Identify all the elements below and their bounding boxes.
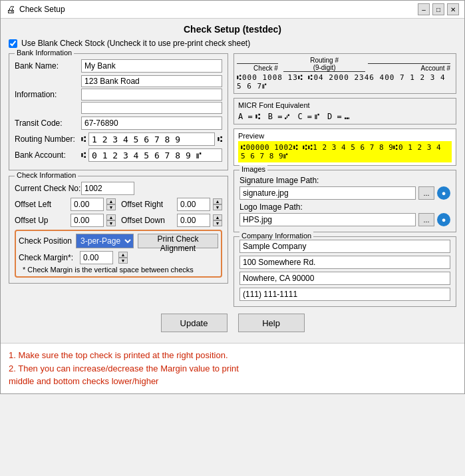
company-line4-input[interactable] xyxy=(239,288,450,301)
micr-diagram: Check # Routing # (9-digit) Account # xyxy=(233,53,456,94)
signature-inputs: ... ● xyxy=(239,186,450,200)
micr-font-row: A = ⑆ B = ⑇ C = ⑈ D = ⑉ xyxy=(238,112,452,121)
minimize-button[interactable]: – xyxy=(418,3,430,15)
bank-name-label: Bank Name: xyxy=(15,61,81,71)
micr-d-value: ⑉ xyxy=(345,112,349,121)
footer-line3: middle and bottom checks lower/higher xyxy=(9,375,456,388)
micr-b-value: ⑇ xyxy=(285,112,289,121)
blank-check-label: Use Blank Check Stock (Uncheck it to use… xyxy=(21,39,250,48)
maximize-button[interactable]: □ xyxy=(432,3,444,15)
offset-left-input[interactable] xyxy=(71,198,104,211)
info-line3-input[interactable] xyxy=(81,102,222,114)
info-line1-input[interactable] xyxy=(81,75,222,87)
check-position-section: Check Position 3-per-Page 1-per-Page 2-p… xyxy=(15,230,222,278)
company-group: Company Information xyxy=(233,236,456,307)
offset-right-down[interactable]: ▼ xyxy=(213,204,222,210)
company-line2-input[interactable] xyxy=(239,256,450,269)
current-check-row: Current Check No: xyxy=(15,182,222,195)
offset-left-spinner[interactable]: ▲ ▼ xyxy=(106,198,116,210)
left-column: Bank Information Bank Name: Information: xyxy=(9,53,228,307)
close-button[interactable]: ✕ xyxy=(447,3,459,15)
signature-label: Signature Image Path: xyxy=(239,176,450,185)
micr-b-label: B = xyxy=(268,112,283,121)
company-line1-input[interactable] xyxy=(239,240,450,253)
account-prefix-sym: ⑆ xyxy=(81,150,86,160)
title-bar-controls: – □ ✕ xyxy=(418,3,459,15)
check-label: Check # xyxy=(253,65,278,72)
micr-c-value: ⑈ xyxy=(315,112,319,121)
current-check-input[interactable] xyxy=(81,182,134,195)
logo-inputs: ... ● xyxy=(239,213,450,226)
update-button[interactable]: Update xyxy=(161,314,228,332)
offset-up-label: Offset Up xyxy=(15,216,68,225)
signature-path-input[interactable] xyxy=(239,186,416,200)
micr-font-equiv: MICR Font Equivalent A = ⑆ B = ⑇ C = ⑈ xyxy=(233,98,456,124)
offset-right-input[interactable] xyxy=(177,198,210,211)
logo-row: Logo Image Path: ... ● xyxy=(239,202,450,226)
bank-account-input[interactable] xyxy=(88,148,222,162)
routing-top-label: Routing # xyxy=(283,57,366,64)
blank-check-row: Use Blank Check Stock (Uncheck it to use… xyxy=(9,39,456,48)
dialog-title: Check Setup (testdec) xyxy=(9,24,456,35)
offset-right-spinner[interactable]: ▲ ▼ xyxy=(213,198,222,210)
micr-d-label: D = xyxy=(327,112,342,121)
check-position-row: Check Position 3-per-Page 1-per-Page 2-p… xyxy=(19,234,218,248)
check-margin-row: Check Margin*: ▲ ▼ xyxy=(19,251,218,264)
print-alignment-button[interactable]: Print Check Alignment xyxy=(138,234,218,248)
bank-info-title: Bank Information xyxy=(15,49,74,57)
offset-up-group: Offset Up ▲ ▼ xyxy=(15,214,116,227)
transit-input[interactable] xyxy=(81,117,222,130)
micr-font-b: B = ⑇ xyxy=(268,112,290,121)
images-title: Images xyxy=(239,165,267,173)
company-line3-input[interactable] xyxy=(239,272,450,285)
offset-down-spinner[interactable]: ▲ ▼ xyxy=(213,214,222,226)
bank-account-label: Bank Account: xyxy=(15,150,81,160)
bank-name-row: Bank Name: xyxy=(15,59,222,73)
offset-up-up[interactable]: ▲ xyxy=(106,214,116,220)
routing-prefix-sym: ⑆ xyxy=(81,134,86,144)
routing-input[interactable] xyxy=(88,132,215,146)
micr-top: Check # Routing # (9-digit) Account # xyxy=(237,57,453,72)
current-check-label: Current Check No: xyxy=(15,184,81,193)
offset-down-group: Offset Down ▲ ▼ xyxy=(121,214,222,227)
offset-left-down[interactable]: ▼ xyxy=(106,204,116,210)
logo-info-button[interactable]: ● xyxy=(437,213,450,226)
logo-path-input[interactable] xyxy=(239,213,416,226)
offset-left-label: Offset Left xyxy=(15,200,68,209)
offset-left-up[interactable]: ▲ xyxy=(106,198,116,204)
offset-up-down[interactable]: ▼ xyxy=(106,220,116,226)
blank-check-checkbox[interactable] xyxy=(9,39,17,48)
check-margin-up[interactable]: ▲ xyxy=(118,252,128,258)
micr-a-value: ⑆ xyxy=(255,112,260,121)
check-margin-down[interactable]: ▼ xyxy=(118,258,128,264)
routing-suffix-sym: ⑆ xyxy=(218,134,222,144)
right-column: Check # Routing # (9-digit) Account # xyxy=(233,53,456,307)
offset-down-down[interactable]: ▼ xyxy=(213,220,222,226)
bank-name-input[interactable] xyxy=(81,59,222,73)
offset-down-input[interactable] xyxy=(177,214,210,227)
footer-line1: 1. Make sure the top check is printed at… xyxy=(9,349,456,362)
information-label: Information: xyxy=(15,90,81,99)
help-button[interactable]: Help xyxy=(238,314,305,332)
check-position-select[interactable]: 3-per-Page 1-per-Page 2-per-Page xyxy=(76,234,134,248)
check-info-title: Check Information xyxy=(15,171,78,179)
check-info-group: Check Information Current Check No: Offs… xyxy=(9,176,228,284)
micr-line: ⑆000 1008 13⑆ ⑆04 2000 2346 400 7 1 2 3 … xyxy=(237,73,453,91)
offset-up-spinner[interactable]: ▲ ▼ xyxy=(106,214,116,226)
offset-row-2: Offset Up ▲ ▼ Offset Down xyxy=(15,214,222,227)
signature-row: Signature Image Path: ... ● xyxy=(239,176,450,200)
check-margin-input[interactable] xyxy=(80,251,113,264)
preview-text: ⑆00000 1002⑆ ⑆⑆1 2 3 4 5 6 7 8 9⑆0 1 2 3… xyxy=(238,141,452,162)
offset-down-up[interactable]: ▲ xyxy=(213,214,222,220)
offset-right-up[interactable]: ▲ xyxy=(213,198,222,204)
check-margin-spinner[interactable]: ▲ ▼ xyxy=(118,252,128,264)
signature-browse-button[interactable]: ... xyxy=(418,186,434,200)
info-line2-input[interactable] xyxy=(81,89,222,101)
button-row: Update Help xyxy=(9,314,456,332)
offset-up-input[interactable] xyxy=(71,214,104,227)
images-group: Images Signature Image Path: ... ● Logo … xyxy=(233,170,456,232)
offset-right-label: Offset Right xyxy=(121,200,174,209)
window: 🖨 Check Setup – □ ✕ Check Setup (testdec… xyxy=(0,0,465,394)
signature-info-button[interactable]: ● xyxy=(437,186,450,200)
logo-browse-button[interactable]: ... xyxy=(418,213,434,226)
